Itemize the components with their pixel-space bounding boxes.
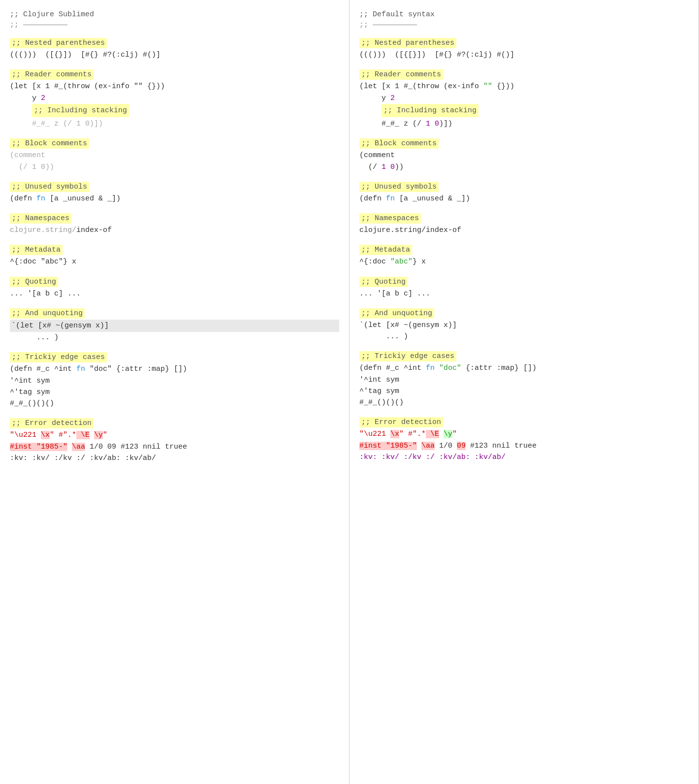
code-line: ^'tag sym [359, 386, 689, 397]
code-line: ... '[a b c] ... [359, 288, 689, 299]
code-line: #_#_ z (/ 1 0)]) [359, 118, 689, 130]
section-quoting-left: ;; Quoting ... '[a b c] ... [10, 277, 339, 299]
code-line: ^{:doc "abc"} x [10, 256, 339, 267]
section-label: ;; Unused symbols [10, 182, 89, 192]
code-line: (comment [10, 150, 339, 161]
code-line: (defn fn [a _unused & _]) [359, 193, 689, 204]
code-block: (defn #_c ^int fn "doc" {:attr :map} [])… [10, 363, 339, 409]
section-namespaces-right: ;; Namespaces clojure.string/index-of [359, 213, 689, 236]
code-block: (defn fn [a _unused & _]) [359, 193, 689, 204]
section-nested-parens-left: ;; Nested parentheses ((())) ([{}]) [#{}… [10, 38, 339, 61]
code-line: clojure.string/index-of [10, 225, 339, 236]
panel-underline: ;; —————————— [10, 21, 339, 29]
code-line: ;; Including stacking [359, 104, 689, 118]
section-nested-parens-right: ;; Nested parentheses ((())) ([{[}]) [#{… [359, 38, 689, 61]
section-reader-comments-right: ;; Reader comments (let [x 1 #_(throw (e… [359, 69, 689, 130]
panel-title: ;; Clojure Sublimed [10, 9, 339, 21]
code-line: ... '[a b c] ... [10, 288, 339, 299]
code-line: ((())) ([{[}]) [#{} #?(:clj) #()] [359, 49, 689, 61]
code-block: (defn #_c ^int fn "doc" {:attr :map} [])… [359, 362, 689, 408]
code-line: clojure.string/index-of [359, 225, 689, 236]
panel-title: ;; Default syntax [359, 9, 689, 21]
code-block: (let [x 1 #_(throw (ex-info "" {})) y 2 … [10, 81, 339, 130]
section-metadata-left: ;; Metadata ^{:doc "abc"} x [10, 245, 339, 267]
code-block: (comment (/ 1 0)) [359, 150, 689, 173]
section-tricky-left: ;; Trickiy edge cases (defn #_c ^int fn … [10, 352, 339, 409]
code-line: ((())) ([{}]) [#{} #?(:clj) #()] [10, 49, 339, 61]
section-error-right: ;; Error detection "\u221 \x" #".* \E \y… [359, 417, 689, 463]
section-metadata-right: ;; Metadata ^{:doc "abc"} x [359, 245, 689, 267]
section-label: ;; Metadata [10, 245, 63, 255]
section-label: ;; Quoting [10, 277, 58, 287]
code-block: (let [x 1 #_(throw (ex-info "" {})) y 2 … [359, 81, 689, 130]
section-label: ;; Namespaces [359, 213, 421, 224]
section-label: ;; Quoting [359, 277, 408, 287]
code-line: (comment [359, 150, 689, 161]
section-error-left: ;; Error detection "\u221 \x" #".* \E \y… [10, 418, 339, 464]
section-block-comments-right: ;; Block comments (comment (/ 1 0)) [359, 138, 689, 173]
code-line: #_#_()()() [10, 398, 339, 409]
code-line: `(let [x# ~(gensym x)] [359, 320, 689, 331]
section-unquoting-right: ;; And unquoting `(let [x# ~(gensym x)] … [359, 308, 689, 343]
code-line: '^int sym [359, 374, 689, 386]
section-unquoting-left: ;; And unquoting `(let [x# ~(gensym x)] … [10, 308, 339, 344]
code-line: ^'tag sym [10, 387, 339, 398]
section-label: ;; Reader comments [359, 69, 443, 80]
section-label: ;; And unquoting [10, 308, 85, 319]
code-block: ((())) ([{}]) [#{} #?(:clj) #()] [10, 49, 339, 61]
section-label: ;; Nested parentheses [359, 38, 456, 48]
code-block: "\u221 \x" #".* \E \y" #inst "1985-" \aa… [10, 429, 339, 464]
code-line: '^int sym [10, 375, 339, 387]
header-section: ;; Clojure Sublimed ;; —————————— [10, 9, 339, 29]
code-line: (defn #_c ^int fn "doc" {:attr :map} []) [10, 363, 339, 375]
code-block: clojure.string/index-of [10, 225, 339, 236]
section-label: ;; Trickiy edge cases [359, 351, 456, 361]
code-line: `(let [x# ~(gensym x)] [10, 320, 339, 332]
code-line: :kv: :kv/ :/kv :/ :kv/ab: :kv/ab/ [359, 452, 689, 463]
code-block: ... '[a b c] ... [359, 288, 689, 299]
section-label: ;; Block comments [10, 138, 89, 149]
section-label: ;; Metadata [359, 245, 412, 255]
panel-underline: ;; —————————— [359, 21, 689, 29]
code-line: #inst "1985-" \aa 1/0 09 #123 nnil truee [359, 440, 689, 452]
code-line: #inst "1985-" \aa 1/0 09 #123 nnil truee [10, 441, 339, 453]
section-unused-left: ;; Unused symbols (defn fn [a _unused & … [10, 182, 339, 204]
section-label: ;; Namespaces [10, 213, 71, 224]
code-block: `(let [x# ~(gensym x)] ... ) [10, 320, 339, 344]
left-panel: ;; Clojure Sublimed ;; —————————— ;; Nes… [0, 0, 350, 784]
section-unused-right: ;; Unused symbols (defn fn [a _unused & … [359, 182, 689, 204]
code-block: ^{:doc "abc"} x [359, 256, 689, 267]
code-line: ;; Including stacking [10, 104, 339, 118]
section-namespaces-left: ;; Namespaces clojure.string/index-of [10, 213, 339, 236]
code-line: (/ 1 0)) [10, 162, 339, 173]
section-tricky-right: ;; Trickiy edge cases (defn #_c ^int fn … [359, 351, 689, 408]
section-label: ;; Reader comments [10, 69, 94, 80]
code-block: (defn fn [a _unused & _]) [10, 193, 339, 204]
code-line: y 2 [10, 93, 339, 104]
code-line: (defn #_c ^int fn "doc" {:attr :map} []) [359, 362, 689, 374]
code-block: `(let [x# ~(gensym x)] ... ) [359, 320, 689, 343]
code-line: ... ) [359, 331, 689, 342]
code-line: (/ 1 0)) [359, 162, 689, 173]
code-line: "\u221 \x" #".* \E \y" [359, 428, 689, 440]
code-block: ... '[a b c] ... [10, 288, 339, 299]
code-block: (comment (/ 1 0)) [10, 150, 339, 173]
section-label: ;; Block comments [359, 138, 439, 149]
section-label: ;; Error detection [359, 417, 443, 427]
code-block: clojure.string/index-of [359, 225, 689, 236]
code-line: ^{:doc "abc"} x [359, 256, 689, 267]
section-block-comments-left: ;; Block comments (comment (/ 1 0)) [10, 138, 339, 173]
section-label: ;; Nested parentheses [10, 38, 107, 48]
section-reader-comments-left: ;; Reader comments (let [x 1 #_(throw (e… [10, 69, 339, 130]
code-block: ^{:doc "abc"} x [10, 256, 339, 267]
header-section: ;; Default syntax ;; —————————— [359, 9, 689, 29]
code-line: "\u221 \x" #".* \E \y" [10, 429, 339, 441]
code-line: #_#_()()() [359, 397, 689, 408]
section-label: ;; Unused symbols [359, 182, 439, 192]
code-line: ... ) [10, 332, 339, 343]
section-label: ;; And unquoting [359, 308, 434, 319]
section-quoting-right: ;; Quoting ... '[a b c] ... [359, 277, 689, 299]
code-line: (defn fn [a _unused & _]) [10, 193, 339, 204]
section-label: ;; Trickiy edge cases [10, 352, 107, 362]
right-panel: ;; Default syntax ;; —————————— ;; Neste… [350, 0, 699, 784]
